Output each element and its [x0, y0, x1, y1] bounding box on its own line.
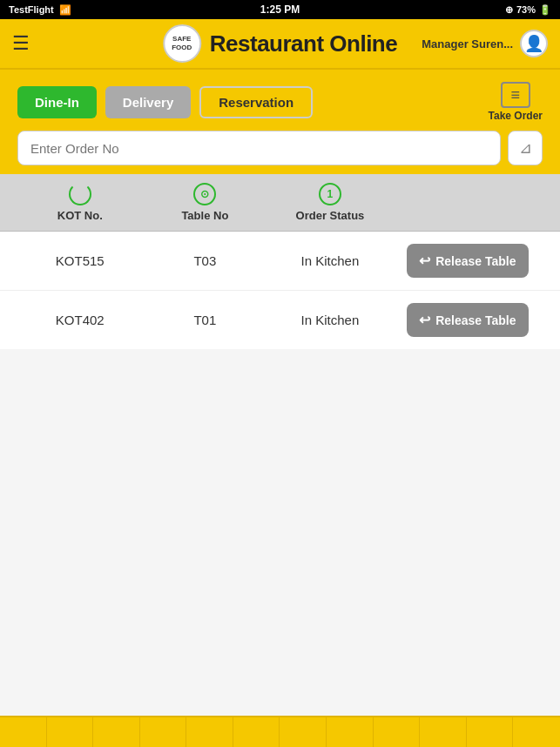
kot-no-cell: KOT515	[17, 253, 143, 268]
footer-cell-12	[513, 717, 560, 747]
kot-no-label: KOT No.	[57, 209, 103, 222]
kot-no-cell: KOT402	[17, 313, 143, 327]
table-icon: ⊙	[193, 183, 216, 205]
app-name: TestFlight	[9, 4, 54, 15]
footer-cell-3	[93, 717, 140, 747]
col-table-no: ⊙ Table No	[143, 183, 268, 222]
footer-cell-2	[47, 717, 94, 747]
footer-cell-11	[467, 717, 514, 747]
col-order-status: 1 Order Status	[267, 183, 393, 222]
footer-cell-7	[280, 717, 327, 747]
order-status-cell: In Kitchen	[267, 253, 393, 268]
tab-delivery[interactable]: Delivery	[105, 86, 191, 118]
bluetooth-icon: ⊕	[505, 4, 513, 16]
search-input[interactable]	[17, 131, 501, 165]
user-avatar[interactable]: 👤	[520, 30, 548, 57]
action-cell: ↩ Release Table	[393, 303, 543, 337]
take-order-button[interactable]: ≡ Take Order	[489, 82, 543, 122]
footer-cell-4	[140, 717, 187, 747]
take-order-label: Take Order	[489, 110, 543, 122]
app-title: Restaurant Online	[210, 30, 397, 57]
footer-cell-1	[0, 717, 47, 747]
table-header: KOT No. ⊙ Table No 1 Order Status	[0, 174, 560, 232]
release-icon: ↩	[419, 252, 430, 269]
action-cell: ↩ Release Table	[393, 244, 543, 278]
header: ☰ SAFE FOOD Restaurant Online Manager Su…	[0, 19, 560, 70]
table-no-cell: T03	[143, 253, 268, 268]
filter-button[interactable]: ⊿	[508, 131, 543, 165]
col-kot-no: KOT No.	[17, 183, 143, 222]
battery-level: 73%	[516, 4, 536, 15]
status-left: TestFlight 📶	[9, 4, 71, 16]
status-icon: 1	[319, 183, 341, 205]
search-row: ⊿	[17, 131, 543, 165]
release-table-button[interactable]: ↩ Release Table	[407, 244, 528, 278]
header-logo-area: SAFE FOOD Restaurant Online	[163, 24, 397, 63]
table-no-label: Table No	[181, 209, 228, 222]
tab-reservation[interactable]: Reservation	[199, 86, 313, 118]
time-display: 1:25 PM	[260, 3, 300, 16]
footer-cell-8	[327, 717, 374, 747]
table-no-cell: T01	[143, 313, 268, 327]
data-table: KOT515 T03 In Kitchen ↩ Release Table KO…	[0, 232, 560, 349]
filter-icon: ⊿	[519, 138, 532, 158]
order-status-label: Order Status	[296, 209, 365, 222]
footer-cell-9	[374, 717, 421, 747]
footer-cell-6	[233, 717, 280, 747]
loading-icon	[69, 183, 91, 205]
manager-name: Manager Suren...	[422, 37, 513, 50]
footer-cell-5	[186, 717, 233, 747]
order-status-cell: In Kitchen	[267, 313, 393, 327]
table-row: KOT515 T03 In Kitchen ↩ Release Table	[0, 232, 560, 291]
footer-bar	[0, 716, 560, 747]
release-icon: ↩	[419, 312, 430, 328]
footer-cell-10	[420, 717, 467, 747]
tab-buttons: Dine-In Delivery Reservation	[17, 86, 313, 118]
wifi-icon: 📶	[59, 4, 71, 16]
release-table-button[interactable]: ↩ Release Table	[407, 303, 528, 337]
battery-icon: 🔋	[539, 4, 551, 16]
table-row: KOT402 T01 In Kitchen ↩ Release Table	[0, 291, 560, 349]
status-bar: TestFlight 📶 1:25 PM ⊕ 73% 🔋	[0, 0, 560, 19]
take-order-icon: ≡	[501, 82, 530, 108]
tab-dine-in[interactable]: Dine-In	[17, 86, 97, 118]
yellow-section: Dine-In Delivery Reservation ≡ Take Orde…	[0, 70, 560, 174]
header-right: Manager Suren... 👤	[422, 30, 548, 57]
hamburger-menu-icon[interactable]: ☰	[12, 32, 30, 55]
tab-row: Dine-In Delivery Reservation ≡ Take Orde…	[17, 82, 543, 122]
status-right: ⊕ 73% 🔋	[505, 4, 551, 16]
header-left: ☰	[12, 32, 30, 55]
logo-icon: SAFE FOOD	[163, 24, 201, 63]
